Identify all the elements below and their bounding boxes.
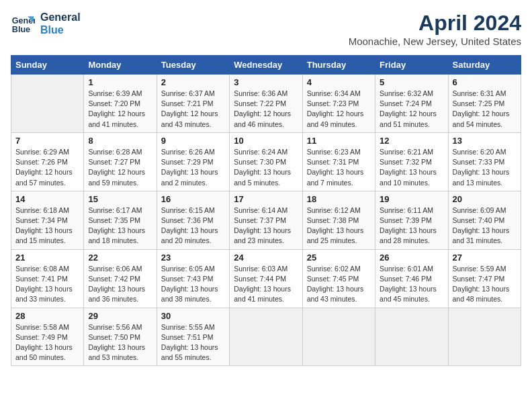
day-info: Sunrise: 6:02 AMSunset: 7:45 PMDaylight:… [307, 264, 371, 305]
day-info: Sunrise: 6:36 AMSunset: 7:22 PMDaylight:… [234, 89, 298, 130]
day-info: Sunrise: 6:05 AMSunset: 7:43 PMDaylight:… [161, 264, 225, 305]
day-number: 21 [15, 253, 79, 263]
day-number: 8 [88, 136, 152, 146]
logo-icon: General Blue [11, 11, 35, 36]
day-info-line: Daylight: 12 hours [88, 168, 145, 176]
day-info: Sunrise: 6:20 AMSunset: 7:33 PMDaylight:… [453, 147, 517, 188]
calendar-cell [302, 308, 375, 366]
day-info-line: Sunset: 7:25 PM [453, 99, 505, 107]
day-number: 14 [15, 194, 79, 204]
calendar-cell: 16Sunrise: 6:15 AMSunset: 7:36 PMDayligh… [157, 191, 229, 249]
day-info-line: Sunset: 7:46 PM [380, 275, 432, 283]
day-number: 5 [380, 77, 443, 87]
day-info-line: and 25 minutes. [307, 236, 357, 244]
day-info-line: and 49 minutes. [307, 120, 357, 128]
calendar-cell: 7Sunrise: 6:29 AMSunset: 7:26 PMDaylight… [11, 132, 84, 191]
calendar-cell: 25Sunrise: 6:02 AMSunset: 7:45 PMDayligh… [302, 249, 375, 308]
day-info-line: Sunrise: 5:56 AM [88, 323, 142, 331]
day-number: 30 [161, 311, 225, 321]
day-number: 9 [161, 136, 225, 146]
day-info-line: Sunset: 7:24 PM [380, 99, 432, 107]
day-info: Sunrise: 6:08 AMSunset: 7:41 PMDaylight:… [15, 264, 79, 305]
day-info: Sunrise: 6:26 AMSunset: 7:29 PMDaylight:… [161, 147, 225, 188]
day-info: Sunrise: 6:21 AMSunset: 7:32 PMDaylight:… [380, 147, 443, 188]
calendar-table: SundayMondayTuesdayWednesdayThursdayFrid… [11, 55, 521, 366]
day-info-line: and 41 minutes. [88, 120, 138, 128]
day-number: 16 [161, 194, 225, 204]
calendar-cell: 6Sunrise: 6:31 AMSunset: 7:25 PMDaylight… [448, 75, 521, 133]
day-number: 25 [307, 253, 371, 263]
day-info-line: Sunset: 7:35 PM [88, 216, 140, 224]
day-info: Sunrise: 6:01 AMSunset: 7:46 PMDaylight:… [380, 264, 443, 305]
day-info: Sunrise: 6:34 AMSunset: 7:23 PMDaylight:… [307, 89, 371, 130]
day-info-line: and 7 minutes. [307, 179, 353, 187]
day-number: 11 [307, 136, 371, 146]
day-info-line: Sunset: 7:36 PM [161, 216, 214, 224]
day-info: Sunrise: 6:28 AMSunset: 7:27 PMDaylight:… [88, 147, 152, 188]
day-info-line: Sunrise: 6:14 AM [234, 206, 287, 214]
title-block: April 2024 Moonachie, New Jersey, United… [349, 11, 521, 47]
day-info-line: Daylight: 12 hours [380, 109, 437, 118]
day-info-line: Sunrise: 5:58 AM [15, 323, 69, 331]
day-info-line: Sunrise: 6:01 AM [380, 265, 433, 273]
day-number: 12 [380, 136, 443, 146]
day-info-line: Daylight: 12 hours [15, 168, 73, 176]
page-header: General Blue General Blue April 2024 Moo… [11, 11, 521, 47]
calendar-cell: 28Sunrise: 5:58 AMSunset: 7:49 PMDayligh… [11, 308, 84, 366]
day-info-line: Sunrise: 6:18 AM [15, 206, 69, 214]
day-info-line: and 54 minutes. [453, 120, 503, 128]
day-info-line: Sunset: 7:22 PM [234, 99, 286, 107]
day-info-line: Sunrise: 6:31 AM [453, 89, 506, 97]
day-info-line: Daylight: 13 hours [453, 285, 510, 293]
header-row: SundayMondayTuesdayWednesdayThursdayFrid… [11, 56, 521, 75]
calendar-cell: 3Sunrise: 6:36 AMSunset: 7:22 PMDaylight… [230, 75, 302, 133]
day-info: Sunrise: 5:58 AMSunset: 7:49 PMDaylight:… [15, 322, 79, 363]
calendar-cell: 20Sunrise: 6:09 AMSunset: 7:40 PMDayligh… [448, 191, 521, 249]
day-info-line: Daylight: 13 hours [161, 226, 218, 234]
day-info-line: and 38 minutes. [161, 295, 212, 303]
day-number: 24 [234, 253, 298, 263]
day-number: 1 [88, 77, 152, 87]
day-info-line: Sunset: 7:41 PM [15, 275, 68, 283]
day-info-line: and 50 minutes. [15, 353, 66, 361]
day-info: Sunrise: 6:03 AMSunset: 7:44 PMDaylight:… [234, 264, 298, 305]
calendar-week-1: 1Sunrise: 6:39 AMSunset: 7:20 PMDaylight… [11, 75, 521, 133]
day-info: Sunrise: 5:55 AMSunset: 7:51 PMDaylight:… [161, 322, 225, 363]
day-info-line: Sunrise: 6:03 AM [234, 265, 287, 273]
day-info: Sunrise: 6:17 AMSunset: 7:35 PMDaylight:… [88, 205, 152, 246]
day-number: 19 [380, 194, 443, 204]
day-info: Sunrise: 6:23 AMSunset: 7:31 PMDaylight:… [307, 147, 371, 188]
day-info-line: Sunrise: 6:11 AM [380, 206, 433, 214]
day-info: Sunrise: 6:06 AMSunset: 7:42 PMDaylight:… [88, 264, 152, 305]
day-info-line: and 41 minutes. [234, 295, 284, 303]
day-info-line: and 5 minutes. [234, 179, 280, 187]
calendar-cell: 26Sunrise: 6:01 AMSunset: 7:46 PMDayligh… [375, 249, 448, 308]
day-info-line: Sunset: 7:49 PM [15, 333, 68, 341]
calendar-cell: 2Sunrise: 6:37 AMSunset: 7:21 PMDaylight… [157, 75, 229, 133]
column-header-saturday: Saturday [448, 56, 521, 75]
day-info-line: Sunset: 7:32 PM [380, 158, 432, 166]
day-number: 18 [307, 194, 371, 204]
calendar-cell: 23Sunrise: 6:05 AMSunset: 7:43 PMDayligh… [157, 249, 229, 308]
day-info-line: Sunrise: 6:34 AM [307, 89, 361, 97]
day-number: 17 [234, 194, 298, 204]
day-info-line: Daylight: 13 hours [380, 168, 437, 176]
day-info-line: Sunrise: 6:12 AM [307, 206, 361, 214]
day-info: Sunrise: 5:59 AMSunset: 7:47 PMDaylight:… [453, 264, 517, 305]
calendar-cell [375, 308, 448, 366]
day-info-line: Sunset: 7:29 PM [161, 158, 214, 166]
day-info-line: and 20 minutes. [161, 236, 212, 244]
day-info-line: Sunset: 7:30 PM [234, 158, 286, 166]
day-info-line: and 43 minutes. [161, 120, 212, 128]
calendar-cell [230, 308, 302, 366]
day-info-line: Daylight: 12 hours [234, 109, 291, 118]
calendar-cell: 14Sunrise: 6:18 AMSunset: 7:34 PMDayligh… [11, 191, 84, 249]
day-info-line: Daylight: 13 hours [88, 226, 145, 234]
day-info-line: Daylight: 13 hours [307, 168, 364, 176]
day-info-line: Daylight: 13 hours [161, 285, 218, 293]
day-number: 29 [88, 311, 152, 321]
day-info: Sunrise: 6:09 AMSunset: 7:40 PMDaylight:… [453, 205, 517, 246]
day-info-line: Daylight: 13 hours [453, 226, 510, 234]
day-info-line: Sunrise: 6:02 AM [307, 265, 361, 273]
day-info-line: Sunset: 7:33 PM [453, 158, 505, 166]
